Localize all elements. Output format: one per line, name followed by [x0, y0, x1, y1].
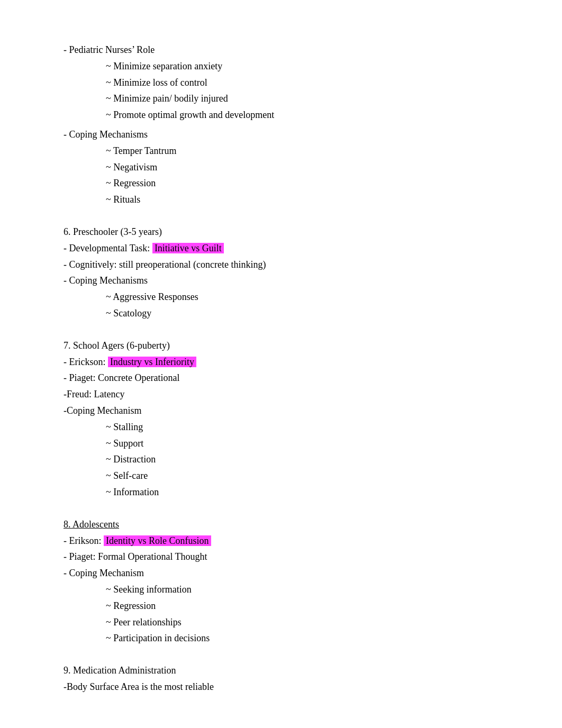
line-support: ~ Support: [64, 436, 520, 451]
line-promote-growth: ~ Promote optimal growth and development: [64, 107, 520, 123]
line-piaget-formal: - Piaget: Formal Operational Thought: [64, 549, 520, 565]
line-coping-header-3: -Coping Mechanism: [64, 403, 520, 418]
line-piaget-concrete: - Piaget: Concrete Operational: [64, 370, 520, 386]
line-minimize-separation: ~ Minimize separation anxiety: [64, 59, 520, 74]
line-seeking-information: ~ Seeking information: [64, 582, 520, 597]
line-coping-header-1: - Coping Mechanisms: [64, 127, 520, 142]
line-coping-header-2: - Coping Mechanisms: [64, 273, 520, 288]
line-medication-header: 9. Medication Administration: [64, 663, 520, 678]
line-nurses-role-header: - Pediatric Nurses’ Role: [64, 42, 520, 58]
line-regression-2: ~ Regression: [64, 598, 520, 614]
line-aggressive-responses: ~ Aggressive Responses: [64, 289, 520, 305]
line-coping-header-4: - Coping Mechanism: [64, 566, 520, 581]
page-content: - Pediatric Nurses’ Role ~ Minimize sepa…: [64, 42, 520, 695]
line-minimize-loss: ~ Minimize loss of control: [64, 75, 520, 90]
line-peer-relationships: ~ Peer relationships: [64, 615, 520, 630]
section-school-agers: 7. School Agers (6-puberty) - Erickson: …: [64, 338, 520, 500]
line-adolescents-header: 8. Adolescents: [64, 517, 520, 532]
line-stalling: ~ Stalling: [64, 420, 520, 435]
highlight-identity-vs-role-confusion: Identity vs Role Confusion: [104, 535, 211, 546]
line-self-care: ~ Self-care: [64, 468, 520, 484]
line-preschooler-header: 6. Preschooler (3-5 years): [64, 224, 520, 240]
section-coping-mechanisms-1: - Coping Mechanisms ~ Temper Tantrum ~ N…: [64, 127, 520, 207]
section-adolescents: 8. Adolescents - Erikson: Identity vs Ro…: [64, 517, 520, 646]
section-medication-administration: 9. Medication Administration -Body Surfa…: [64, 663, 520, 695]
line-regression-1: ~ Regression: [64, 176, 520, 191]
line-negativism: ~ Negativism: [64, 160, 520, 175]
line-scatology: ~ Scatology: [64, 306, 520, 321]
section-pediatric-nurses-role: - Pediatric Nurses’ Role ~ Minimize sepa…: [64, 42, 520, 123]
line-school-agers-header: 7. School Agers (6-puberty): [64, 338, 520, 353]
line-freud-latency: -Freud: Latency: [64, 387, 520, 402]
line-information: ~ Information: [64, 485, 520, 500]
line-rituals: ~ Rituals: [64, 192, 520, 207]
section-preschooler: 6. Preschooler (3-5 years) - Development…: [64, 224, 520, 321]
line-participation-decisions: ~ Participation in decisions: [64, 631, 520, 646]
line-erickson-industry: - Erickson: Industry vs Inferiority: [64, 354, 520, 370]
line-erikson-identity: - Erikson: Identity vs Role Confusion: [64, 533, 520, 549]
line-distraction: ~ Distraction: [64, 452, 520, 467]
highlight-industry-vs-inferiority: Industry vs Inferiority: [108, 357, 196, 367]
line-temper-tantrum: ~ Temper Tantrum: [64, 143, 520, 159]
line-developmental-task: - Developmental Task: Initiative vs Guil…: [64, 241, 520, 256]
line-cognitively: - Cognitively: still preoperational (con…: [64, 257, 520, 272]
highlight-initiative-vs-guilt: Initiative vs Guilt: [152, 243, 224, 253]
line-minimize-pain: ~ Minimize pain/ bodily injured: [64, 91, 520, 106]
line-body-surface-area: -Body Surface Area is the most reliable: [64, 679, 520, 695]
